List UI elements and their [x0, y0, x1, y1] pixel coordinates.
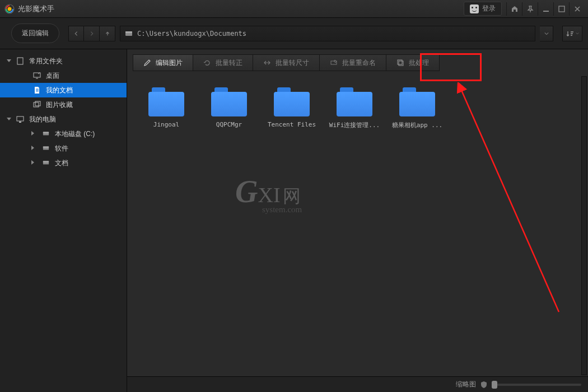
chevron-right-icon [31, 160, 34, 165]
titlebar: 光影魔术手 登录 [0, 0, 588, 18]
disk-icon [41, 130, 50, 138]
desktop-icon [32, 72, 41, 80]
scrollbar[interactable] [581, 76, 587, 375]
sidebar-label: 本地磁盘 (C:) [55, 129, 95, 139]
folder-item[interactable]: QQPCMgr [206, 87, 253, 129]
disk-icon [125, 30, 133, 38]
document-icon [32, 86, 41, 95]
sidebar-item-documents-disk[interactable]: 文档 [0, 156, 127, 170]
chevron-down-icon [7, 118, 11, 120]
svg-point-1 [8, 7, 12, 11]
home-button[interactable] [506, 2, 522, 16]
folder-item[interactable]: Jingoal [143, 87, 190, 129]
sidebar-label: 图片收藏 [46, 100, 73, 110]
chevron-right-icon [31, 131, 34, 136]
nav-back-button[interactable] [68, 26, 84, 41]
sidebar-item-common-folders[interactable]: 常用文件夹 [0, 54, 127, 68]
chevron-right-icon [31, 146, 34, 150]
svg-rect-17 [43, 161, 49, 162]
batch-process-button[interactable]: 批处理 [386, 54, 440, 71]
nav-forward-button[interactable] [84, 26, 100, 41]
svg-rect-20 [399, 61, 403, 66]
sidebar-item-desktop[interactable]: 桌面 [0, 68, 127, 83]
edit-image-button[interactable]: 编辑图片 [133, 54, 193, 71]
svg-rect-19 [398, 60, 402, 64]
folder-icon [399, 87, 435, 116]
slider-handle[interactable] [492, 381, 497, 389]
nav-buttons [68, 26, 115, 41]
statusbar: 缩略图 [127, 376, 588, 392]
sidebar: 常用文件夹 桌面 我的文档 图片收藏 我的电脑 本地磁盘 (C:) 软件 [0, 49, 127, 392]
folder-label: Tencent Files [268, 121, 316, 128]
shield-icon [480, 381, 487, 389]
thumbnail-size-slider[interactable] [492, 384, 581, 386]
rotate-icon [203, 59, 211, 67]
thumbnail-label: 缩略图 [456, 380, 476, 389]
folder-icon [274, 87, 310, 116]
disk-icon [41, 159, 50, 167]
sidebar-label: 我的电脑 [29, 115, 56, 124]
images-icon [32, 101, 41, 109]
svg-rect-5 [125, 31, 132, 33]
sidebar-item-my-computer[interactable]: 我的电脑 [0, 112, 127, 127]
folder-label: Jingoal [153, 121, 179, 128]
svg-rect-15 [43, 147, 49, 148]
path-input[interactable]: C:\Users\kunduogx\Documents [120, 26, 535, 41]
svg-rect-10 [17, 116, 24, 121]
nav-up-button[interactable] [100, 26, 115, 41]
svg-rect-8 [34, 102, 39, 107]
folder-item[interactable]: 糖果相机app ... [394, 87, 441, 129]
disk-icon [41, 144, 50, 153]
app-logo-icon [4, 4, 15, 14]
sheet-icon [16, 57, 25, 66]
chevron-down-icon [7, 59, 11, 62]
pencil-icon [143, 59, 151, 67]
toolbar: 返回编辑 C:\Users\kunduogx\Documents [0, 18, 588, 49]
sidebar-label: 软件 [55, 144, 68, 153]
sidebar-label: 常用文件夹 [29, 57, 63, 66]
folder-icon [337, 87, 372, 116]
pin-button[interactable] [522, 2, 538, 16]
sidebar-item-my-documents[interactable]: 我的文档 [0, 83, 127, 97]
avatar-icon [470, 4, 479, 13]
maximize-button[interactable] [553, 2, 569, 16]
batch-rename-button[interactable]: 批量重命名 [320, 54, 386, 71]
resize-icon [263, 59, 271, 67]
app-title: 光影魔术手 [18, 4, 54, 14]
login-label: 登录 [482, 4, 496, 13]
batch-resize-button[interactable]: 批量转尺寸 [253, 54, 320, 71]
svg-rect-9 [35, 101, 40, 106]
batch-rotate-button[interactable]: 批量转正 [193, 54, 253, 71]
action-bar: 编辑图片 批量转正 批量转尺寸 批量重命名 批处理 [127, 49, 588, 72]
path-text: C:\Users\kunduogx\Documents [137, 30, 246, 38]
close-button[interactable] [569, 2, 585, 16]
sidebar-item-local-disk-c[interactable]: 本地磁盘 (C:) [0, 127, 127, 141]
rename-icon [330, 59, 338, 67]
svg-rect-2 [543, 11, 549, 12]
svg-rect-13 [43, 132, 49, 133]
main-area: 常用文件夹 桌面 我的文档 图片收藏 我的电脑 本地磁盘 (C:) 软件 [0, 49, 588, 392]
sidebar-item-software[interactable]: 软件 [0, 141, 127, 156]
folder-icon [211, 87, 247, 116]
sidebar-label: 文档 [55, 158, 68, 168]
back-to-edit-button[interactable]: 返回编辑 [11, 24, 59, 43]
minimize-button[interactable] [538, 2, 553, 16]
batch-icon [396, 59, 404, 67]
svg-rect-6 [17, 58, 23, 64]
folder-label: QQPCMgr [216, 121, 242, 128]
path-dropdown-button[interactable] [540, 26, 553, 41]
folder-item[interactable]: Tencent Files [268, 87, 315, 129]
sidebar-label: 我的文档 [46, 86, 73, 95]
pc-icon [16, 115, 25, 124]
folder-icon [148, 87, 184, 116]
folder-item[interactable]: WiFi连接管理... [331, 87, 378, 129]
svg-rect-7 [34, 73, 40, 77]
content-area: 编辑图片 批量转正 批量转尺寸 批量重命名 批处理 Jingoal [127, 49, 588, 392]
svg-rect-3 [559, 6, 564, 12]
login-button[interactable]: 登录 [464, 2, 502, 16]
sidebar-item-pictures[interactable]: 图片收藏 [0, 97, 127, 112]
sidebar-label: 桌面 [46, 71, 59, 81]
folder-label: WiFi连接管理... [329, 121, 380, 129]
sort-button[interactable] [562, 26, 582, 41]
svg-rect-11 [19, 122, 21, 123]
